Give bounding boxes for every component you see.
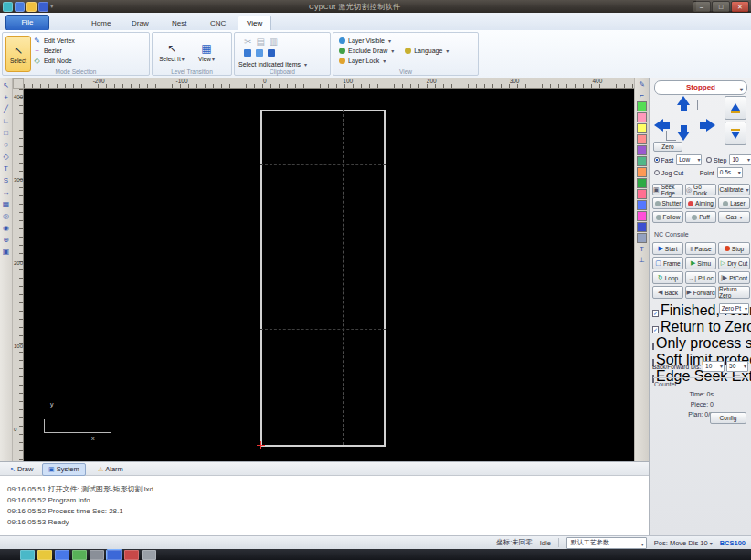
zoom-tool-icon[interactable]: ◉ [1,223,12,234]
folder-icon[interactable] [26,2,37,12]
z-down-button[interactable] [725,122,746,145]
fast-radio[interactable] [654,157,660,163]
line-tool-icon[interactable]: ╱ [1,104,12,115]
seek-edge-button[interactable]: ▣Seek Edge [652,184,683,195]
layer-color-swatch[interactable] [637,211,647,221]
jog-down-button[interactable] [677,125,690,141]
forward-distance-combo[interactable]: 50▾ [726,361,748,372]
option-checkbox[interactable]: ✓ [652,326,659,333]
point-continue-button[interactable]: |▶PtCont [718,271,750,284]
forward-button[interactable]: ▶Forward [685,286,716,299]
machine-state-combo[interactable]: Stopped▾ [654,80,747,95]
edit-vertex-button[interactable]: ✎ Edit Vertex [33,36,75,46]
select-button[interactable]: ↖ Select [5,36,31,72]
layer-color-swatch[interactable] [637,178,647,188]
log-tab-system[interactable]: ▣ System [42,463,86,476]
tab-nest[interactable]: Nest [163,16,196,30]
back-distance-combo[interactable]: 10▾ [703,361,725,372]
taskbar-app-icon[interactable] [124,550,139,560]
pan-tool-icon[interactable]: ⊕ [1,235,12,246]
open-file-icon[interactable] [15,2,25,12]
paste-icon[interactable]: ▥ [270,37,278,47]
aiming-button[interactable]: Aiming [685,197,716,209]
corner-snap-icon[interactable]: ⌐ [637,90,648,100]
layer-color-swatch[interactable] [637,145,647,155]
mirror-paste-icon[interactable] [268,49,275,57]
text-layer-icon[interactable]: T [637,244,648,254]
taskbar-app-icon[interactable] [20,550,35,560]
fit-view-tool-icon[interactable]: ▣ [1,247,12,258]
tab-draw[interactable]: Draw [122,16,158,30]
pause-button[interactable]: ‖Pause [685,242,716,255]
edit-node-button[interactable]: ◇ Edit Node [33,56,75,66]
select-tool-icon[interactable]: ↖ [1,80,12,91]
frame-button[interactable]: ▢Frame [652,257,683,269]
shutter-button[interactable]: Shutter [652,197,683,209]
loop-button[interactable]: ↻Loop [652,271,683,284]
return-zero-button[interactable]: Return Zero [718,286,750,299]
layer-visible-button[interactable]: Layer Visible ▾ [339,36,449,46]
point-locate-button[interactable]: →|PtLoc [685,271,716,284]
taskbar-app-icon[interactable] [72,550,87,560]
cut-icon[interactable]: ✂ [244,37,251,47]
stop-button[interactable]: Stop [718,242,750,255]
process-parameter-combo[interactable]: 默认工艺参数▾ [566,537,647,549]
layer-color-swatch[interactable] [637,101,647,111]
workpiece-rectangle[interactable] [260,110,386,447]
point-tool-icon[interactable]: + [1,92,12,103]
taskbar-app-icon[interactable] [142,550,156,560]
paste-special-icon[interactable] [244,49,251,57]
layer-color-swatch[interactable] [637,233,647,243]
simulate-button[interactable]: ▶Simu [685,257,716,269]
copy-icon[interactable]: ▤ [256,37,264,47]
step-distance-combo[interactable]: 10▾ [729,154,751,165]
move-distance-selector[interactable]: Pos: Move Dis 10▾ [654,539,713,547]
quick-access-dropdown-icon[interactable]: ▾ [50,3,54,10]
text-tool-icon[interactable]: T [1,164,12,174]
polygon-tool-icon[interactable]: ◇ [1,152,12,163]
circle-tool-icon[interactable]: ○ [1,140,12,151]
taskbar-tray[interactable] [696,0,751,11]
log-tab-draw[interactable]: ↖ Draw [4,463,39,476]
taskbar-app-icon[interactable] [37,550,52,560]
layer-color-swatch[interactable] [637,123,647,133]
layer-color-swatch[interactable] [637,134,647,144]
measure-tool-icon[interactable]: ↔ [1,187,12,198]
follow-button[interactable]: Follow [652,211,683,223]
bezier-button[interactable]: ~ Bezier [33,46,75,56]
jog-mode-button[interactable]: Zero [653,142,682,152]
start-button[interactable]: ▶Start [652,242,683,255]
align-bottom-icon[interactable]: ⊥ [637,255,648,265]
draw-check-icon[interactable]: ✎ [637,79,648,90]
array-tool-icon[interactable]: ▦ [1,199,12,210]
exclude-draw-button[interactable]: Exclude Draw ▾ Language ▾ [339,46,449,56]
option-checkbox[interactable] [652,343,654,350]
tab-home[interactable]: Home [82,16,120,30]
layer-color-swatch[interactable] [637,222,647,232]
jog-cut-radio[interactable] [654,170,660,175]
layer-color-swatch[interactable] [637,200,647,210]
polyline-tool-icon[interactable]: ∟ [1,116,12,127]
z-up-button[interactable] [725,96,746,120]
point-time-combo[interactable]: 0.5s▾ [717,167,743,178]
puff-button[interactable]: Puff [685,211,716,223]
option-checkbox[interactable]: ✓ [652,310,659,317]
tab-cnc[interactable]: CNC [201,16,235,30]
option-combo[interactable]: Zero Pt▾ [719,303,749,314]
layer-lock-button[interactable]: Layer Lock ▾ [339,56,449,66]
layer-color-swatch[interactable] [637,189,647,199]
fast-speed-combo[interactable]: Low▾ [676,154,702,165]
language-button[interactable]: Language [414,48,442,54]
laser-button[interactable]: Laser [718,197,750,209]
back-button[interactable]: ◀Back [652,286,683,299]
gas-button[interactable]: Gas▾ [718,211,750,223]
go-dock-button[interactable]: ◎Go Dock [685,184,716,195]
jog-left-button[interactable] [654,119,670,132]
new-file-icon[interactable] [3,2,13,12]
tab-view[interactable]: View [238,16,271,30]
select-it-button[interactable]: ↖ Select It▾ [158,35,185,69]
dry-cut-button[interactable]: ▷Dry Cut [718,257,750,269]
taskbar-app-icon[interactable] [55,550,69,560]
taskbar-app-icon[interactable] [90,550,104,560]
taskbar-app-icon[interactable] [107,550,122,560]
